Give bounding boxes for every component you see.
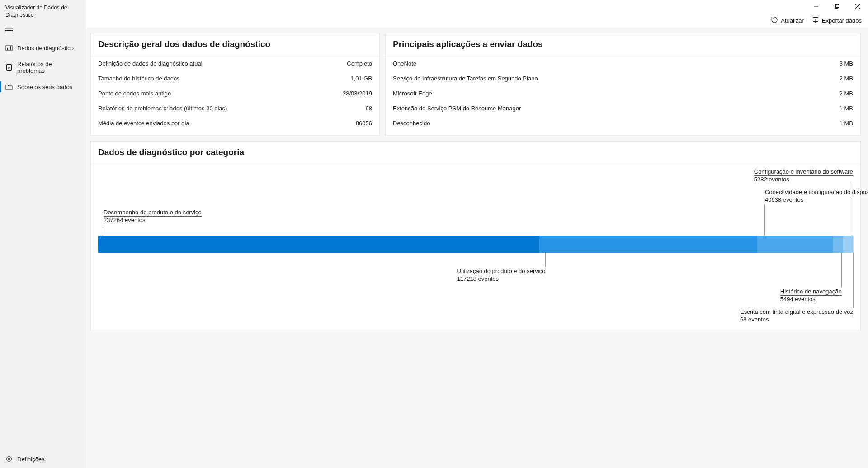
chart-leader <box>853 253 854 308</box>
chart-label-name: Desempenho do produto e do serviço <box>104 208 202 217</box>
sidebar-item-label: Sobre os seus dados <box>17 84 72 90</box>
chart-label: Configuração e inventário do software528… <box>754 168 853 183</box>
chart-label-name: Configuração e inventário do software <box>754 168 853 176</box>
svg-rect-1 <box>5 30 13 31</box>
sidebar-item-diagnostic-data[interactable]: Dados de diagnóstico <box>0 40 86 56</box>
apps-value: 3 MB <box>840 60 853 67</box>
chart-icon <box>5 44 13 52</box>
overview-key: Tamanho do histórico de dados <box>98 75 180 82</box>
chart-label-name: Escrita com tinta digital e expressão de… <box>740 308 853 316</box>
svg-rect-19 <box>836 5 839 8</box>
sidebar-item-label: Definições <box>17 456 45 463</box>
category-card: Dados de diagnóstico por categoria Desem… <box>90 141 861 331</box>
svg-rect-2 <box>5 33 13 33</box>
refresh-label: Atualizar <box>781 17 804 24</box>
chart-label-events: 237264 eventos <box>104 217 202 223</box>
overview-value: 68 <box>366 105 372 112</box>
apps-card: Principais aplicações a enviar dados One… <box>385 33 861 136</box>
apps-list: OneNote3 MB Serviço de Infraestrutura de… <box>386 55 860 135</box>
export-icon <box>812 16 819 25</box>
svg-rect-5 <box>9 47 9 50</box>
apps-key: Extensão do Serviço PSM do Resource Mana… <box>393 105 521 112</box>
overview-value: 1,01 GB <box>350 75 372 82</box>
main: Atualizar Exportar dados Descrição geral… <box>86 0 868 468</box>
minimize-button[interactable] <box>806 0 826 13</box>
nav-list: Dados de diagnóstico Relatórios de probl… <box>0 40 86 95</box>
apps-value: 1 MB <box>840 105 853 112</box>
apps-key: OneNote <box>393 60 416 67</box>
apps-key: Serviço de Infraestrutura de Tarefas em … <box>393 75 538 82</box>
maximize-button[interactable] <box>826 0 847 13</box>
chart-segment[interactable] <box>833 236 843 253</box>
chart-label-events: 68 eventos <box>740 316 769 323</box>
overview-row: Tamanho do histórico de dados1,01 GB <box>98 71 372 86</box>
chart-label-events: 5494 eventos <box>780 296 816 303</box>
minimize-icon <box>814 4 818 9</box>
sidebar-item-label: Relatórios de problemas <box>17 61 80 74</box>
chart-segment[interactable] <box>843 236 853 253</box>
apps-value: 2 MB <box>840 75 853 82</box>
chart-segment[interactable] <box>757 236 833 253</box>
close-button[interactable] <box>847 0 868 13</box>
category-chart: Desempenho do produto e do serviço237264… <box>98 163 853 326</box>
apps-row: Extensão do Serviço PSM do Resource Mana… <box>393 101 853 116</box>
close-icon <box>855 4 860 9</box>
apps-row: OneNote3 MB <box>393 56 853 71</box>
apps-row: Desconhecido1 MB <box>393 116 853 131</box>
hamburger-button[interactable] <box>0 22 86 38</box>
overview-value: 86056 <box>356 120 372 127</box>
sidebar-item-label: Dados de diagnóstico <box>17 45 74 52</box>
refresh-icon <box>771 16 778 25</box>
sidebar-item-about-your-data[interactable]: Sobre os seus dados <box>0 79 86 95</box>
chart-label-name: Histórico de navegação <box>780 288 842 296</box>
chart-leader <box>103 225 103 236</box>
svg-point-12 <box>8 458 10 460</box>
category-title: Dados de diagnóstico por categoria <box>91 142 860 163</box>
overview-value: Completo <box>347 60 372 67</box>
overview-key: Média de eventos enviados por dia <box>98 120 189 127</box>
overview-list: Definição de dados de diagnóstico atualC… <box>91 55 379 135</box>
maximize-icon <box>835 4 839 9</box>
svg-rect-6 <box>10 46 11 50</box>
apps-row: Serviço de Infraestrutura de Tarefas em … <box>393 71 853 86</box>
apps-row: Microsoft Edge2 MB <box>393 86 853 101</box>
apps-key: Desconhecido <box>393 120 430 127</box>
folder-info-icon <box>5 83 13 90</box>
apps-title: Principais aplicações a enviar dados <box>386 33 860 55</box>
apps-key: Microsoft Edge <box>393 90 432 97</box>
chart-leader <box>841 253 842 288</box>
overview-key: Relatórios de problemas criados (últimos… <box>98 105 227 112</box>
chart-segment[interactable] <box>539 236 757 253</box>
sidebar: Visualizador de Dados de Diagnóstico Dad… <box>0 0 86 468</box>
document-icon <box>5 64 13 71</box>
svg-rect-4 <box>7 48 8 50</box>
chart-segment[interactable] <box>98 236 539 253</box>
hamburger-icon <box>5 28 13 33</box>
content: Descrição geral dos dados de diagnóstico… <box>86 28 868 468</box>
overview-row: Relatórios de problemas criados (últimos… <box>98 101 372 116</box>
sidebar-item-settings[interactable]: Definições <box>0 450 86 468</box>
sidebar-item-problem-reports[interactable]: Relatórios de problemas <box>0 56 86 79</box>
export-button[interactable]: Exportar dados <box>812 16 862 25</box>
refresh-button[interactable]: Atualizar <box>771 16 804 25</box>
overview-key: Ponto de dados mais antigo <box>98 90 171 97</box>
overview-row: Definição de dados de diagnóstico atualC… <box>98 56 372 71</box>
sidebar-bottom: Definições <box>0 450 86 468</box>
chart-label-name: Utilização do produto e do serviço <box>457 267 546 275</box>
window-controls <box>806 0 868 13</box>
overview-value: 28/03/2019 <box>343 90 372 97</box>
overview-card: Descrição geral dos dados de diagnóstico… <box>90 33 380 136</box>
svg-rect-0 <box>5 28 13 28</box>
overview-key: Definição de dados de diagnóstico atual <box>98 60 203 67</box>
app-title: Visualizador de Dados de Diagnóstico <box>0 0 86 22</box>
apps-value: 2 MB <box>840 90 853 97</box>
toolbar: Atualizar Exportar dados <box>86 0 868 28</box>
chart-label: Histórico de navegação5494 eventos <box>780 288 842 303</box>
chart-label: Desempenho do produto e do serviço237264… <box>104 208 202 223</box>
chart-leader <box>545 253 546 267</box>
stacked-bar <box>98 236 853 253</box>
overview-row: Média de eventos enviados por dia86056 <box>98 116 372 131</box>
overview-row: Ponto de dados mais antigo28/03/2019 <box>98 86 372 101</box>
chart-label-events: 117218 eventos <box>457 275 499 282</box>
chart-leader <box>853 184 853 236</box>
